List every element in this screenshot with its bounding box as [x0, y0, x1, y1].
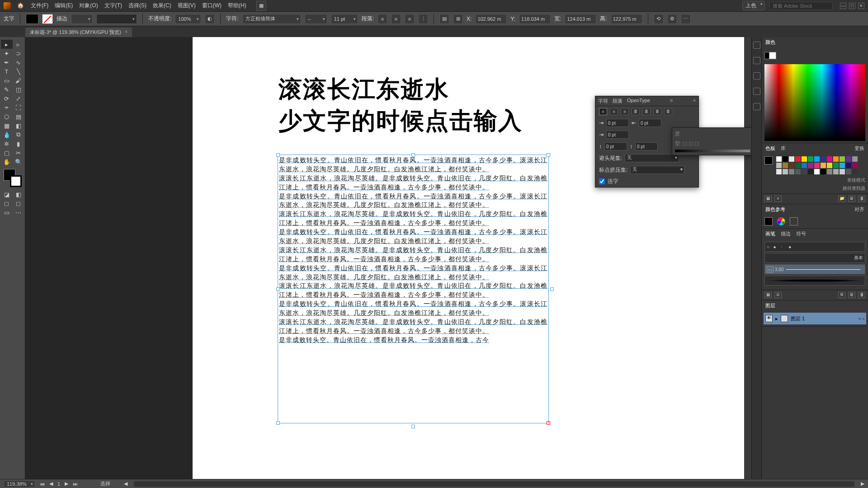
swatch-color[interactable] [783, 156, 788, 162]
swatch-color[interactable] [852, 169, 858, 174]
libraries-tab[interactable]: 库 [781, 145, 786, 152]
comments-icon[interactable] [753, 72, 760, 80]
menu-file[interactable]: 文件(F) [31, 2, 48, 9]
direct-selection-tool[interactable]: ▹ [13, 40, 24, 49]
space-after-field[interactable] [635, 142, 658, 150]
color-guide-tab[interactable]: 颜色参考 [765, 206, 785, 213]
brush-basic[interactable]: 基本 [764, 253, 865, 263]
swatch-color[interactable] [814, 163, 820, 168]
properties-icon[interactable] [753, 42, 760, 49]
handle-bl[interactable] [276, 421, 280, 425]
swatch-color[interactable] [789, 163, 794, 168]
swatch-color[interactable] [802, 156, 807, 162]
guide-options-icon[interactable] [790, 217, 798, 225]
fill-swatch[interactable] [26, 14, 38, 24]
swatch-color[interactable] [783, 169, 788, 174]
justify-right-btn[interactable]: ≣ [653, 108, 661, 115]
screen-mode-icon[interactable]: ▭ [1, 208, 13, 217]
scale-tool[interactable]: ⤢ [13, 94, 24, 103]
arrange-docs-icon[interactable]: ▦ [256, 1, 266, 11]
align-center-icon[interactable]: ≡ [391, 14, 401, 24]
stock-search-input[interactable] [769, 2, 833, 10]
canvas[interactable]: 滚滚长江东逝水 少文字的时候点击输入 是非成败转头空。青山依旧在，惯看秋月春风。… [25, 37, 751, 479]
swatches-tab[interactable]: 色板 [765, 145, 775, 152]
w-field[interactable] [565, 14, 596, 24]
document-tab[interactable]: 未标题-3* @ 119.38% (CMYK/GPU 预览) × [25, 28, 132, 37]
eraser-tool[interactable]: ◫ [13, 85, 24, 94]
guide-base-color[interactable] [764, 217, 773, 225]
brush-options-icon[interactable]: ⚙ [838, 292, 845, 298]
brush-tool[interactable]: 🖌 [13, 76, 24, 85]
swatch-color[interactable] [827, 169, 832, 174]
font-style-dropdown[interactable]: -- [305, 14, 327, 24]
body-text[interactable]: 是非成败转头空。青山依旧在，惯看秋月春风。一壶浊酒喜相逢，古今多少事。滚滚长江东… [278, 155, 548, 346]
type-tool[interactable]: T [1, 67, 13, 76]
swatch-color[interactable] [808, 169, 813, 174]
hscroll-right-icon[interactable]: ▶ [861, 481, 864, 487]
color-tab[interactable]: 颜色 [765, 39, 775, 46]
swatch-color[interactable] [833, 169, 839, 174]
brush-dots[interactable]: ○ ● · ● [764, 242, 865, 252]
swatch-color[interactable] [802, 163, 807, 168]
hand-tool[interactable]: ✋ [1, 157, 13, 166]
swatch-color[interactable] [802, 169, 807, 174]
overset-indicator[interactable] [547, 421, 550, 425]
nav-first-icon[interactable]: ⏮ [40, 481, 45, 487]
minimize-icon[interactable]: — [840, 3, 846, 9]
swatch-color[interactable] [795, 169, 801, 174]
hscroll-left-icon[interactable]: ◀ [124, 481, 127, 487]
paragraph-options-icon[interactable]: ⋮ [418, 14, 428, 24]
justify-center-btn[interactable]: ≣ [642, 108, 651, 115]
more-icon[interactable]: ⋯ [681, 14, 691, 24]
handle-tm[interactable] [411, 153, 415, 157]
handle-tr[interactable] [547, 153, 550, 157]
swatch-delete-icon[interactable]: 🗑 [858, 196, 865, 202]
swatch-color[interactable] [808, 163, 813, 168]
draw-normal-icon[interactable]: ◻ [1, 199, 13, 208]
prefs-icon[interactable]: ⚙ [667, 14, 677, 24]
align-left-btn[interactable]: ≡ [599, 108, 607, 115]
mesh-tool[interactable]: ▦ [1, 121, 13, 130]
stroke-tab[interactable]: 描边 [781, 230, 791, 237]
first-line-field[interactable] [606, 131, 629, 139]
swatch-color[interactable] [821, 156, 826, 162]
magic-wand-tool[interactable]: ✦ [1, 49, 13, 58]
tab-paragraph[interactable]: 段落 [613, 98, 623, 104]
stroke-swatch[interactable] [42, 14, 53, 24]
graph-tool[interactable]: ▮ [13, 139, 24, 148]
lasso-tool[interactable]: ⊃ [13, 49, 24, 58]
swatch-menu-icon[interactable]: ≡ [774, 196, 782, 202]
swatch-color[interactable] [833, 163, 839, 168]
swatch-color[interactable] [808, 156, 813, 162]
libraries-icon[interactable] [753, 57, 760, 64]
brush-remove-icon[interactable]: ⊘ [774, 292, 782, 298]
perspective-tool[interactable]: ▤ [13, 112, 24, 121]
history-icon[interactable] [753, 88, 760, 95]
font-size-dropdown[interactable]: 11 pt [331, 14, 358, 24]
color-mode-icon[interactable]: ◪ [1, 190, 13, 199]
tab-close-icon[interactable]: × [125, 29, 127, 36]
close-icon[interactable]: ✕ [858, 3, 864, 9]
horizontal-scrollbar[interactable] [134, 481, 854, 487]
brush-new-icon[interactable]: ⊞ [848, 292, 855, 298]
artboard-number[interactable]: 1 [57, 481, 60, 487]
gradient-tool[interactable]: ◧ [13, 121, 24, 130]
punct-dropdown[interactable]: 无 [630, 166, 684, 174]
swatch-color[interactable] [814, 169, 820, 174]
layer-expand-icon[interactable]: ▸ [775, 316, 778, 322]
swatch-color[interactable] [827, 163, 832, 168]
swatch-color[interactable] [821, 163, 826, 168]
handle-mr[interactable] [550, 287, 554, 291]
pen-tool[interactable]: ✒ [1, 58, 13, 67]
swatch-color[interactable] [852, 156, 858, 162]
align-right-icon[interactable]: ≡ [405, 14, 415, 24]
menu-window[interactable]: 窗口(W) [202, 2, 222, 9]
rotate-tool[interactable]: ⟳ [1, 94, 13, 103]
hyphen-dropdown[interactable]: 无 [625, 154, 679, 162]
harmony-wheel-icon[interactable] [777, 217, 785, 225]
isolate-icon[interactable]: ⟲ [654, 14, 664, 24]
justify-left-btn[interactable]: ≣ [632, 108, 640, 115]
slice-tool[interactable]: ✂ [13, 148, 24, 157]
menu-view[interactable]: 视图(V) [178, 2, 196, 9]
swatch-grid[interactable] [776, 156, 858, 174]
